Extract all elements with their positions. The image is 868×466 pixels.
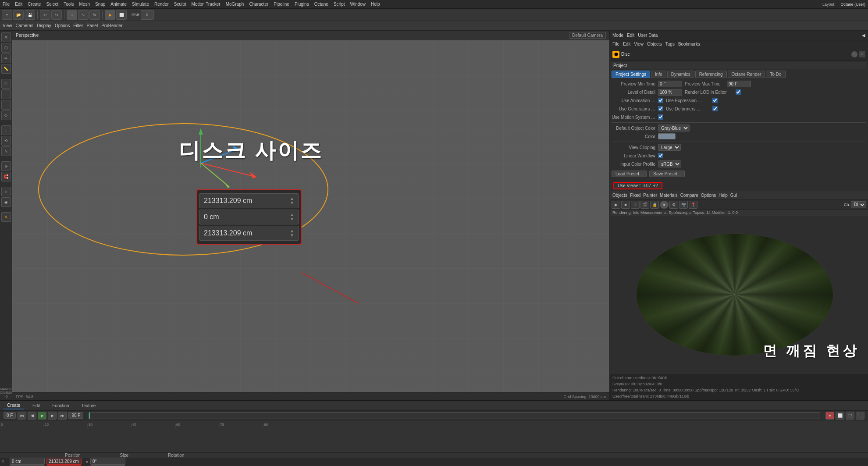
tab-options[interactable]: Options [55, 23, 70, 28]
rp-edit-tab[interactable]: Edit [627, 33, 634, 38]
play-forward-btn[interactable]: ⏭ [58, 412, 67, 420]
tab-filter[interactable]: Filter [73, 23, 83, 28]
tab-cameras[interactable]: Cameras [16, 23, 34, 28]
oct-stop-btn[interactable]: ■ [621, 201, 630, 209]
disc-vis-icon[interactable]: · [851, 51, 857, 57]
menu-create[interactable]: Create [28, 2, 41, 7]
tl-btn2[interactable]: ⬜ [836, 412, 844, 420]
motion-check[interactable] [658, 114, 663, 120]
menu-file[interactable]: File [3, 2, 10, 7]
input-color-select[interactable]: sRGB [658, 160, 681, 167]
frame-end-display[interactable]: 90 F [68, 412, 83, 419]
sidebar-paint-icon[interactable]: ✏ [1, 53, 11, 63]
tab-info[interactable]: Info [651, 71, 666, 78]
tl-edit-tab[interactable]: Edit [29, 402, 43, 409]
oct-lock-btn[interactable]: 🔒 [650, 201, 659, 209]
rotate-btn[interactable]: ↻ [89, 10, 100, 20]
octane-objects-tab[interactable]: Objects [612, 193, 627, 198]
sidebar-snap-icon[interactable]: ⊕ [1, 161, 11, 171]
rp-mode-tab[interactable]: Mode [612, 33, 623, 38]
oct-cam-btn[interactable]: 📷 [679, 201, 688, 209]
menu-animate[interactable]: Animate [110, 2, 127, 7]
edit-tab2[interactable]: Edit [623, 42, 630, 46]
viewport-canvas[interactable]: 디스크 사이즈 213313.209 cm ▲▼ 0 cm ▲▼ 213313.… [12, 40, 609, 392]
sidebar-s-icon[interactable]: S [1, 212, 11, 222]
menu-help[interactable]: Help [371, 2, 380, 7]
linear-workflow-check[interactable] [658, 153, 663, 158]
use-viewer-btn[interactable]: Use Viewer: 3.07-R2 [613, 182, 662, 189]
menu-pipeline[interactable]: Pipeline [274, 2, 289, 7]
tab-todo[interactable]: To Do [766, 71, 785, 78]
tl-function-tab[interactable]: Function [49, 402, 72, 409]
rot-x-cell[interactable]: 0° [90, 458, 125, 465]
tl-texture-tab[interactable]: Texture [78, 402, 100, 409]
sidebar-magnet-icon[interactable]: 🧲 [1, 172, 11, 181]
expression-check[interactable] [712, 98, 718, 103]
menu-octane[interactable]: Octane [314, 2, 328, 7]
render-region-btn[interactable]: ⬜ [116, 10, 127, 20]
tl-create-tab[interactable]: Create [4, 402, 24, 409]
size-field-x[interactable]: 213313.209 cm ▲▼ [199, 193, 299, 208]
timeline-ruler[interactable]: 0 15 30 45 60 75 90 [0, 420, 868, 453]
menu-render[interactable]: Render [154, 2, 169, 7]
frame-start-display[interactable]: 0 F [4, 412, 16, 419]
octane-gui-tab[interactable]: Gui [730, 193, 737, 198]
oct-circle-btn[interactable]: ● [660, 201, 669, 209]
menu-tools[interactable]: Tools [64, 2, 74, 7]
tab-prorender[interactable]: ProRender [101, 23, 122, 28]
menu-character[interactable]: Character [249, 2, 268, 7]
spin-x-up[interactable]: ▲ [85, 459, 89, 463]
sidebar-points-icon[interactable]: · [1, 89, 11, 99]
size-field-z[interactable]: 213313.209 cm ▲▼ [199, 226, 299, 241]
octane-compare-tab[interactable]: Compare [680, 193, 698, 198]
preview-max-input[interactable] [727, 81, 751, 87]
oct-pin-btn[interactable]: 📍 [689, 201, 697, 209]
menu-window[interactable]: Window [350, 2, 366, 7]
sidebar-tool2-icon[interactable]: ⟲ [1, 136, 11, 146]
open-btn[interactable]: 📂 [13, 10, 24, 20]
default-color-select[interactable]: Gray-Blue [658, 125, 690, 132]
rp-userdata-tab[interactable]: User Data [638, 33, 658, 38]
size-field-y[interactable]: 0 cm ▲▼ [199, 210, 299, 224]
tab-view[interactable]: View [3, 23, 12, 28]
rp-collapse-btn[interactable]: ◀ [862, 33, 865, 38]
sidebar-select-icon[interactable]: ⬡ [1, 43, 11, 53]
tab-referencing[interactable]: Referencing [695, 71, 727, 78]
sidebar-tool3-icon[interactable]: ⤡ [1, 146, 11, 156]
tl-btn3[interactable]: ⬚ [846, 412, 854, 420]
render-lod-check[interactable] [736, 89, 741, 95]
disc-render-icon[interactable]: ○ [859, 51, 865, 57]
play-btn[interactable]: ▶ [38, 412, 46, 420]
sidebar-tool1-icon[interactable]: ↕ [1, 125, 11, 135]
bookmarks-menu[interactable]: Bookmarks [678, 42, 700, 46]
menu-plugins[interactable]: Plugins [295, 2, 309, 7]
menu-script[interactable]: Script [334, 2, 345, 7]
timeline-scrubber[interactable] [89, 412, 820, 419]
tab-project-settings[interactable]: Project Settings [612, 71, 650, 78]
tl-btn4[interactable]: ⬛ [856, 412, 864, 420]
octane-help-tab[interactable]: Help [719, 193, 728, 198]
octane-fixed-tab[interactable]: Fixed [630, 193, 640, 198]
menu-mograph[interactable]: MoGraph [226, 2, 244, 7]
octane-options-tab[interactable]: Options [701, 193, 716, 198]
disc-label[interactable]: Disc [621, 52, 630, 57]
oct-settings-btn[interactable]: ⚙ [669, 201, 678, 209]
pos-x-cell[interactable]: 0 cm [10, 458, 45, 465]
sidebar-edges-icon[interactable]: — [1, 100, 11, 110]
size-x-cell[interactable]: 213313.209 cm [46, 458, 82, 465]
size-y-spinner[interactable]: ▲▼ [290, 213, 294, 221]
sidebar-poly-icon[interactable]: ◇ [1, 110, 11, 120]
menu-edit[interactable]: Edit [15, 2, 22, 7]
tab-display[interactable]: Display [37, 23, 51, 28]
channel-select[interactable]: DL [851, 201, 866, 208]
octane-materials-tab[interactable]: Materials [660, 193, 678, 198]
lod-input[interactable] [658, 89, 682, 96]
menu-simulate[interactable]: Simulate [132, 2, 149, 7]
new-btn[interactable]: + [2, 10, 12, 20]
sidebar-brush-icon[interactable]: ◉ [1, 197, 11, 207]
oct-play-btn[interactable]: ▶ [612, 201, 620, 209]
size-z-spinner[interactable]: ▲▼ [290, 229, 294, 238]
redo-btn[interactable]: ↪ [51, 10, 62, 20]
tl-btn1[interactable]: ● [825, 412, 834, 420]
sidebar-measure-icon[interactable]: 📏 [1, 64, 11, 74]
